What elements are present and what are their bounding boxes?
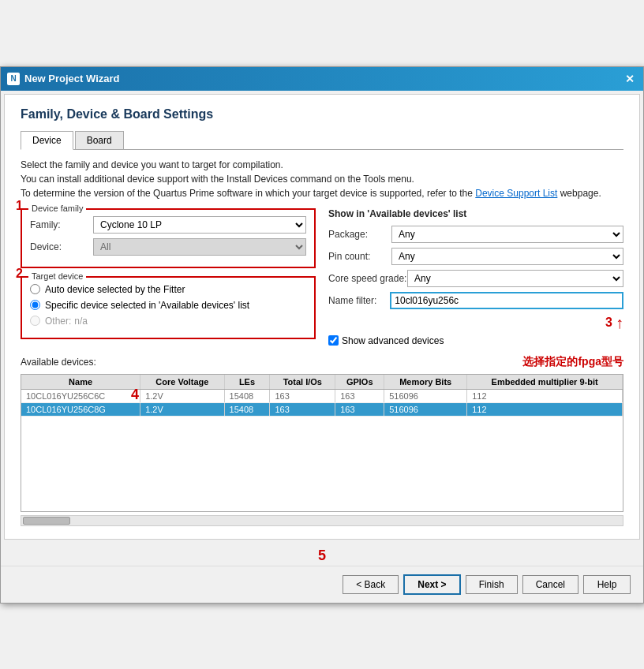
- step5-label: 5: [1, 546, 643, 566]
- family-row: Family: Cyclone 10 LP: [30, 216, 306, 234]
- core-speed-select[interactable]: Any: [407, 270, 623, 287]
- device-support-link[interactable]: Device Support List: [475, 188, 557, 199]
- pin-count-label: Pin count:: [328, 251, 391, 262]
- radio-auto-input[interactable]: [30, 284, 40, 294]
- family-select[interactable]: Cyclone 10 LP: [93, 216, 306, 234]
- right-column: Show in 'Available devices' list Package…: [328, 208, 623, 347]
- name-filter-row: Name filter:: [328, 292, 623, 309]
- package-label: Package:: [328, 229, 391, 240]
- info-line3: To determine the version of the Quartus …: [21, 188, 623, 199]
- scrollbar-thumb[interactable]: [23, 517, 70, 525]
- col-total-ios: Total I/Os: [270, 375, 335, 390]
- name-filter-label: Name filter:: [328, 295, 390, 306]
- col-embedded-mult: Embedded multiplier 9-bit: [467, 375, 623, 390]
- col-name: Name: [21, 375, 140, 390]
- horizontal-scrollbar[interactable]: [21, 515, 623, 526]
- left-column: Device family 1 Family: Cyclone 10 LP De…: [21, 208, 316, 347]
- step3-area: 3 ↑: [328, 314, 623, 332]
- tab-board[interactable]: Board: [75, 131, 124, 149]
- main-content: Family, Device & Board Settings Device B…: [4, 94, 640, 540]
- cell-les-0: 15408: [224, 389, 270, 402]
- col-core-voltage: Core Voltage: [140, 375, 224, 390]
- show-advanced-row[interactable]: Show advanced devices: [328, 335, 623, 346]
- show-advanced-checkbox[interactable]: [328, 335, 339, 346]
- device-select[interactable]: All: [93, 238, 306, 256]
- pin-count-select[interactable]: Any: [391, 248, 623, 265]
- name-filter-input[interactable]: [390, 292, 623, 309]
- col-memory-bits: Memory Bits: [384, 375, 467, 390]
- radio-auto-device[interactable]: Auto device selected by the Fitter: [30, 284, 306, 295]
- device-family-section: Device family 1 Family: Cyclone 10 LP De…: [21, 208, 316, 268]
- cell-gpios-0: 163: [335, 389, 384, 402]
- bottom-area: 5 < Back Next > Finish Cancel Help: [1, 543, 643, 603]
- back-button[interactable]: < Back: [343, 575, 399, 594]
- arrow-icon: ↑: [616, 314, 623, 332]
- pin-count-row: Pin count: Any: [328, 248, 623, 265]
- cell-les-1: 15408: [224, 402, 270, 416]
- cell-ios-0: 163: [270, 389, 335, 402]
- device-row: Device: All: [30, 238, 306, 256]
- cell-mem-1: 516096: [384, 402, 467, 416]
- cell-name-1: 10CL016YU256C8G: [21, 402, 140, 416]
- device-family-legend: Device family: [28, 204, 86, 213]
- radio-specific-input[interactable]: [30, 300, 40, 310]
- page-title: Family, Device & Board Settings: [21, 107, 623, 121]
- table-header-row: Name Core Voltage LEs Total I/Os GPIOs M…: [21, 375, 623, 390]
- radio-specific-device[interactable]: Specific device selected in 'Available d…: [30, 300, 306, 311]
- titlebar: N New Project Wizard ✕: [1, 67, 643, 91]
- step2-label: 2: [16, 267, 23, 281]
- family-label: Family:: [30, 219, 93, 230]
- step1-label: 1: [16, 199, 23, 213]
- main-window: N New Project Wizard ✕ Family, Device & …: [0, 66, 644, 604]
- tab-device[interactable]: Device: [21, 131, 73, 150]
- core-speed-label: Core speed grade:: [328, 273, 407, 284]
- target-device-section: Target device 2 Auto device selected by …: [21, 276, 316, 339]
- step4-label: 4: [131, 387, 139, 403]
- app-icon: N: [7, 73, 20, 85]
- cell-core-1: 1.2V: [140, 402, 224, 416]
- info-line1: Select the family and device you want to…: [21, 159, 623, 170]
- col-les: LEs: [224, 375, 270, 390]
- table-empty-space: [21, 417, 623, 511]
- avail-header: Available devices: 选择指定的fpga型号: [21, 355, 623, 374]
- button-row: < Back Next > Finish Cancel Help: [1, 566, 643, 603]
- package-row: Package: Any: [328, 226, 623, 243]
- devices-table: Name Core Voltage LEs Total I/Os GPIOs M…: [21, 375, 623, 417]
- tab-bar: Device Board: [21, 131, 623, 150]
- cell-mem-0: 516096: [384, 389, 467, 402]
- table-row[interactable]: 10CL016YU256C6C 1.2V 15408 163 163 51609…: [21, 389, 623, 402]
- available-devices-section: Available devices: 选择指定的fpga型号 4 Name Co…: [21, 355, 623, 526]
- fpga-annotation: 选择指定的fpga型号: [522, 355, 623, 369]
- col-gpios: GPIOs: [335, 375, 384, 390]
- two-column-layout: Device family 1 Family: Cyclone 10 LP De…: [21, 208, 623, 347]
- core-speed-row: Core speed grade: Any: [328, 270, 623, 287]
- next-button[interactable]: Next >: [403, 574, 460, 595]
- show-in-list-label: Show in 'Available devices' list: [328, 208, 623, 219]
- devices-table-container: Name Core Voltage LEs Total I/Os GPIOs M…: [21, 374, 623, 512]
- target-device-legend: Target device: [28, 271, 86, 281]
- cell-ios-1: 163: [270, 402, 335, 416]
- cancel-button[interactable]: Cancel: [522, 575, 578, 594]
- radio-other-device[interactable]: Other: n/a: [30, 316, 306, 327]
- cell-core-0: 1.2V: [140, 389, 224, 402]
- help-button[interactable]: Help: [583, 575, 631, 594]
- step3-label: 3: [605, 316, 612, 330]
- finish-button[interactable]: Finish: [466, 575, 518, 594]
- cell-gpios-1: 163: [335, 402, 384, 416]
- info-line2: You can install additional device suppor…: [21, 174, 623, 185]
- radio-other-input[interactable]: [30, 316, 40, 326]
- window-title: New Project Wizard: [24, 73, 623, 84]
- close-button[interactable]: ✕: [623, 72, 637, 86]
- table-row[interactable]: 10CL016YU256C8G 1.2V 15408 163 163 51609…: [21, 402, 623, 416]
- package-select[interactable]: Any: [391, 226, 623, 243]
- cell-emb-0: 112: [467, 389, 623, 402]
- device-label: Device:: [30, 241, 93, 252]
- cell-emb-1: 112: [467, 402, 623, 416]
- available-devices-label: Available devices:: [21, 357, 96, 368]
- cell-name-0: 10CL016YU256C6C: [21, 389, 140, 402]
